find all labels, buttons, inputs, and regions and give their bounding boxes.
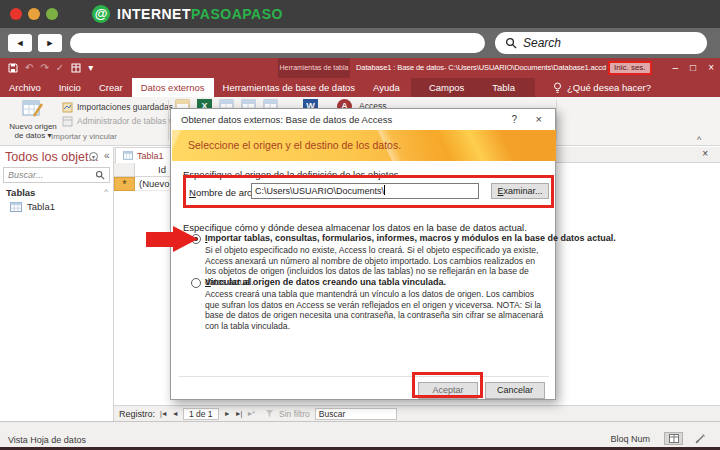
tab-herramientas-bd[interactable]: Herramientas de base de datos bbox=[214, 78, 365, 97]
quick-access-toolbar: ↶ ↷ ✓ ▾ bbox=[8, 60, 93, 76]
dialog-close-icon[interactable]: × bbox=[536, 113, 542, 125]
site-header: @ INTERNET PASOAPASO bbox=[0, 0, 720, 28]
design-view-button[interactable] bbox=[691, 432, 710, 445]
save-icon[interactable] bbox=[8, 63, 18, 73]
access-title-bar: ↶ ↷ ✓ ▾ Herramientas de tabla Database1 … bbox=[0, 58, 720, 78]
undo-icon[interactable]: ↶ bbox=[25, 60, 33, 76]
maximize-dot-icon[interactable] bbox=[46, 8, 58, 20]
datasheet-icon[interactable] bbox=[71, 63, 81, 73]
cancel-button[interactable]: Cancelar bbox=[485, 382, 545, 399]
status-bar-right: Bloq Num bbox=[610, 432, 710, 445]
document-tab-label: Tabla1 bbox=[137, 151, 164, 161]
tab-campos[interactable]: Campos bbox=[415, 78, 478, 97]
site-logo: @ INTERNET PASOAPASO bbox=[92, 5, 283, 23]
back-button[interactable]: ◄ bbox=[8, 34, 32, 52]
spelling-icon[interactable]: ✓ bbox=[56, 60, 64, 76]
screen: @ INTERNET PASOAPASO ◄ ► Search ↶ ↷ ✓ ▾ … bbox=[0, 0, 720, 450]
dialog-banner: Seleccione el origen y el destino de los… bbox=[172, 130, 556, 161]
filter-icon[interactable] bbox=[265, 409, 274, 418]
datasheet-view-icon bbox=[669, 434, 679, 443]
ribbon-tab-row: Archivo Inicio Crear Datos externos Herr… bbox=[0, 78, 720, 97]
minimize-dot-icon[interactable] bbox=[28, 8, 40, 20]
first-record-icon[interactable]: |◄ bbox=[160, 410, 167, 417]
num-lock-label: Bloq Num bbox=[610, 434, 650, 444]
brand-text-internet: INTERNET bbox=[117, 6, 191, 22]
get-external-data-dialog: Obtener datos externos: Base de datos de… bbox=[170, 108, 556, 400]
ribbon-collapse-icon[interactable]: ^ bbox=[697, 135, 701, 145]
previous-record-icon[interactable]: ◄ bbox=[172, 410, 178, 417]
record-navigator: Registro: |◄ ◄ 1 de 1 ► ►| ►* Sin filtro… bbox=[114, 405, 720, 421]
brand-text-pasoapaso: PASOAPASO bbox=[191, 6, 283, 22]
tab-tabla[interactable]: Tabla bbox=[478, 78, 529, 97]
close-dot-icon[interactable] bbox=[10, 8, 22, 20]
nav-search-placeholder: Buscar... bbox=[8, 170, 43, 180]
url-input[interactable] bbox=[70, 33, 485, 53]
new-row-selector[interactable]: * bbox=[114, 177, 135, 191]
section-collapse-icon[interactable]: ^ bbox=[104, 187, 108, 198]
dialog-title-bar: Obtener datos externos: Base de datos de… bbox=[171, 109, 555, 130]
minimize-icon[interactable]: – bbox=[673, 58, 679, 78]
new-data-source-icon bbox=[21, 99, 45, 119]
nav-pane-menu-icon[interactable]: ▾ bbox=[89, 152, 98, 161]
window-traffic-lights bbox=[10, 8, 64, 20]
group-label-importar-vincular: Importar y vincular bbox=[14, 132, 154, 141]
close-icon[interactable]: × bbox=[708, 58, 714, 78]
datasheet-view-button[interactable] bbox=[664, 432, 683, 445]
saved-imports-label: Importaciones guardadas bbox=[77, 102, 173, 112]
search-label: Search bbox=[523, 36, 561, 50]
annotation-rect-accept bbox=[412, 372, 483, 398]
link-radio-button[interactable] bbox=[191, 278, 201, 288]
import-option-label[interactable]: Importar tablas, consultas, formularios,… bbox=[205, 233, 616, 243]
restore-icon[interactable]: □ bbox=[690, 58, 696, 78]
nav-pane-title: Todos los objet... ▾ « bbox=[5, 150, 109, 164]
dialog-help-icon[interactable]: ? bbox=[511, 114, 517, 125]
contextual-tabs: Campos Tabla bbox=[411, 78, 535, 97]
saved-imports-icon bbox=[62, 102, 73, 113]
tab-crear[interactable]: Crear bbox=[90, 78, 132, 97]
shutter-close-icon[interactable]: « bbox=[104, 150, 110, 161]
linked-table-manager-icon bbox=[62, 116, 73, 127]
saved-imports-button[interactable]: Importaciones guardadas bbox=[62, 101, 173, 113]
view-status-label: Vista Hoja de datos bbox=[8, 435, 86, 445]
search-box[interactable]: Search bbox=[495, 32, 707, 54]
new-source-label-1: Nuevo origen bbox=[9, 122, 57, 131]
tab-datos-externos[interactable]: Datos externos bbox=[132, 78, 214, 97]
nav-item-tabla1[interactable]: Tabla1 bbox=[10, 201, 55, 212]
last-record-icon[interactable]: ►| bbox=[235, 410, 242, 417]
tab-inicio[interactable]: Inicio bbox=[50, 78, 90, 97]
nav-section-tables[interactable]: Tablas ^ bbox=[6, 187, 108, 198]
new-record-icon[interactable]: ►* bbox=[246, 410, 254, 417]
tab-ayuda[interactable]: Ayuda bbox=[364, 78, 409, 97]
record-search-input[interactable]: Buscar bbox=[315, 408, 397, 420]
forward-button[interactable]: ► bbox=[38, 34, 62, 52]
logo-icon: @ bbox=[92, 5, 110, 23]
qat-customize-icon[interactable]: ▾ bbox=[88, 60, 93, 76]
sign-in-button[interactable]: Inic. ses. bbox=[608, 61, 652, 75]
tell-me[interactable]: ¿Qué desea hacer? bbox=[553, 78, 651, 97]
tab-archivo[interactable]: Archivo bbox=[0, 78, 50, 97]
nav-pane-search[interactable]: Buscar... bbox=[3, 167, 110, 183]
record-position[interactable]: 1 de 1 bbox=[183, 408, 219, 420]
document-tab-tabla1[interactable]: Tabla1 bbox=[115, 147, 172, 163]
search-icon bbox=[505, 37, 517, 49]
record-label: Registro: bbox=[119, 409, 155, 419]
link-option-label[interactable]: Vincular al origen de datos creando una … bbox=[205, 277, 446, 287]
link-option-description: Access creará una tabla que mantendrá un… bbox=[205, 289, 545, 331]
nav-pane-title-text[interactable]: Todos los objet... bbox=[5, 150, 99, 164]
status-bar: Vista Hoja de datos Bloq Num bbox=[0, 421, 720, 447]
table-icon bbox=[10, 202, 22, 212]
contextual-tab-header: Herramientas de tabla bbox=[278, 58, 350, 78]
design-view-icon bbox=[695, 434, 706, 444]
dialog-separator bbox=[179, 376, 549, 377]
next-record-icon[interactable]: ► bbox=[224, 410, 230, 417]
window-controls: – □ × bbox=[673, 58, 714, 78]
table-icon bbox=[123, 151, 133, 160]
navigation-pane: Todos los objet... ▾ « Buscar... Tablas … bbox=[0, 147, 114, 421]
tell-me-label: ¿Qué desea hacer? bbox=[567, 82, 651, 93]
no-filter-label[interactable]: Sin filtro bbox=[279, 409, 310, 419]
document-close-icon[interactable]: × bbox=[702, 148, 708, 159]
redo-icon[interactable]: ↷ bbox=[40, 60, 48, 76]
browser-bar: ◄ ► Search bbox=[0, 28, 720, 58]
row-selector-header bbox=[114, 163, 135, 177]
nav-section-label: Tablas bbox=[6, 187, 35, 198]
